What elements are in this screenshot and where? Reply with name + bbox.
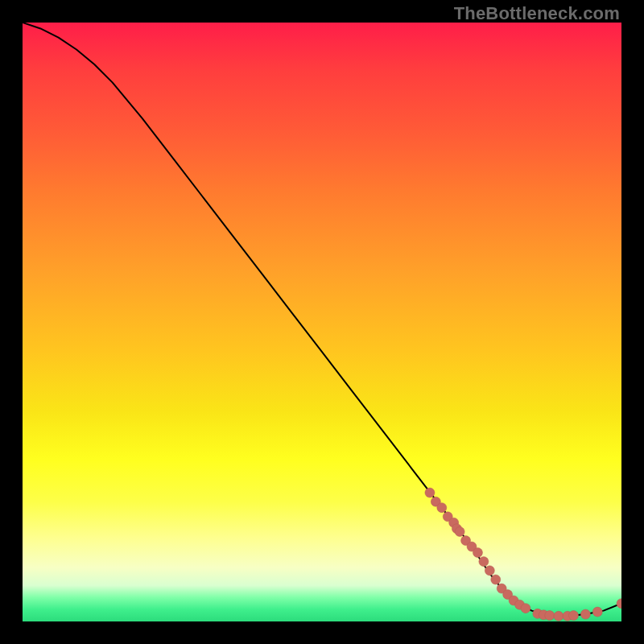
data-point [545,611,555,621]
data-point [521,604,530,613]
curve-markers [425,488,621,621]
data-point [473,547,482,557]
data-point [455,526,464,536]
chart-frame: TheBottleneck.com [0,0,644,644]
plot-area [23,23,621,621]
data-point [491,575,501,584]
data-point [617,599,621,609]
data-point [437,503,447,513]
data-point [485,566,494,576]
data-point [479,557,489,567]
chart-overlay [23,23,621,621]
watermark-text: TheBottleneck.com [454,3,620,24]
data-point [425,488,435,497]
data-point [568,611,578,621]
curve-line [23,23,621,616]
data-point [554,611,564,621]
data-point [592,607,602,617]
data-point [580,609,590,619]
